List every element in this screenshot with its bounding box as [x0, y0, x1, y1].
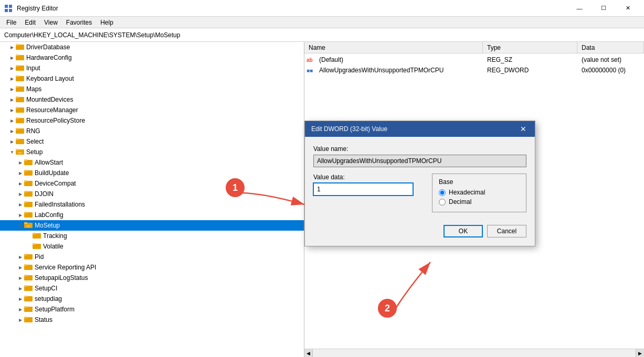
dialog-title-bar: Edit DWORD (32-bit) Value ✕	[305, 121, 535, 137]
app-icon	[4, 4, 13, 13]
value-name-input[interactable]	[313, 155, 526, 167]
base-group: Base Hexadecimal Decimal	[432, 174, 526, 212]
step-1-indicator: 1	[226, 178, 245, 197]
dialog-buttons: OK Cancel	[305, 221, 535, 246]
svg-rect-2	[5, 9, 8, 12]
menu-bar: File Edit View Favorites Help	[0, 17, 644, 28]
ok-button[interactable]: OK	[444, 225, 483, 237]
menu-edit[interactable]: Edit	[20, 17, 40, 28]
menu-favorites[interactable]: Favorites	[62, 17, 96, 28]
hexadecimal-radio-row: Hexadecimal	[439, 189, 520, 196]
hexadecimal-radio[interactable]	[439, 189, 446, 196]
step-1-label: 1	[233, 182, 238, 193]
value-data-label: Value data:	[313, 174, 426, 181]
dialog-overlay: Edit DWORD (32-bit) Value ✕ Value name: …	[0, 42, 644, 357]
minimize-button[interactable]: —	[567, 0, 592, 17]
address-bar: Computer\HKEY_LOCAL_MACHINE\SYSTEM\Setup…	[0, 28, 644, 42]
main-content: ▶DriverDatabase▶HardwareConfig▶Input▶Key…	[0, 42, 644, 357]
value-name-label: Value name:	[313, 145, 526, 153]
decimal-radio[interactable]	[439, 199, 446, 205]
edit-dword-dialog: Edit DWORD (32-bit) Value ✕ Value name: …	[304, 121, 535, 246]
svg-rect-0	[5, 5, 8, 8]
dialog-title-text: Edit DWORD (32-bit) Value	[311, 125, 387, 133]
app-title: Registry Editor	[17, 5, 567, 12]
close-button[interactable]: ✕	[616, 0, 640, 17]
dialog-body: Value name: Value data: Base Hexadecimal	[305, 137, 535, 221]
step-2-label: 2	[385, 303, 390, 314]
base-label: Base	[439, 178, 520, 186]
decimal-label: Decimal	[449, 198, 471, 205]
menu-help[interactable]: Help	[96, 17, 118, 28]
svg-rect-1	[9, 5, 12, 8]
dialog-data-row: Value data: Base Hexadecimal Decimal	[313, 174, 526, 212]
menu-file[interactable]: File	[2, 17, 20, 28]
dialog-close-button[interactable]: ✕	[518, 124, 529, 134]
address-path: Computer\HKEY_LOCAL_MACHINE\SYSTEM\Setup…	[4, 31, 180, 39]
menu-view[interactable]: View	[40, 17, 62, 28]
step-1-arrow	[231, 183, 336, 225]
maximize-button[interactable]: ☐	[592, 0, 616, 17]
decimal-radio-row: Decimal	[439, 198, 520, 205]
cancel-button[interactable]: Cancel	[487, 225, 526, 237]
svg-rect-3	[9, 9, 12, 12]
hexadecimal-label: Hexadecimal	[449, 189, 485, 196]
window-controls: — ☐ ✕	[567, 0, 640, 17]
title-bar: Registry Editor — ☐ ✕	[0, 0, 644, 17]
step-2-indicator: 2	[378, 299, 397, 318]
